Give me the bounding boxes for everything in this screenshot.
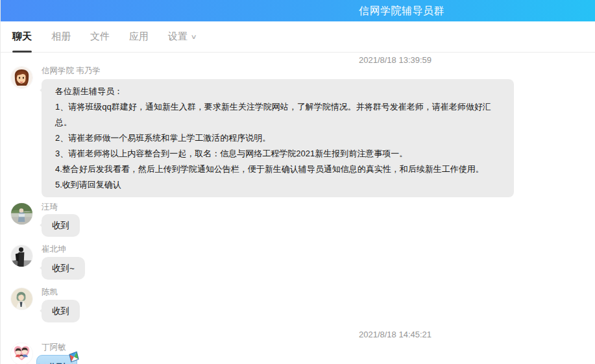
message-line: 各位新生辅导员： <box>55 84 500 99</box>
message-row: 崔北坤 收到~ <box>11 244 595 280</box>
message-row: 汪琦 收到 <box>11 202 595 237</box>
tab-chat[interactable]: 聊天 <box>12 21 32 53</box>
message-line: 1、请将班级qq群建好，通知新生入群，要求新生关注学院网站，了解学院情况。并将群… <box>55 99 500 130</box>
special-kite-bubble: 收到 <box>36 355 77 364</box>
sender-name: 崔北坤 <box>42 244 595 254</box>
outdoor-photo-avatar <box>11 203 32 224</box>
avatar[interactable] <box>11 203 32 224</box>
sender-name: 汪琦 <box>42 202 595 212</box>
sender-name: 丁阿敏 <box>42 342 595 352</box>
tab-settings[interactable]: 设置 ∨ <box>168 21 196 53</box>
tabbar: 聊天 相册 文件 应用 设置 ∨ <box>1 21 595 53</box>
anime-cartoon-avatar <box>11 288 32 309</box>
message-bubble: 收到 <box>42 300 80 322</box>
message-row: 丁阿敏 收到 <box>11 342 595 364</box>
group-title: 信网学院辅导员群 <box>359 5 444 18</box>
time-divider: 2021/8/18 13:39:59 <box>1 56 595 65</box>
sender-name: 陈凯 <box>42 287 595 297</box>
avatar[interactable] <box>11 288 32 309</box>
message-bubble: 收到 <box>42 214 80 237</box>
message-bubble: 各位新生辅导员： 1、请将班级qq群建好，通知新生入群，要求新生关注学院网站，了… <box>42 79 514 197</box>
tab-album[interactable]: 相册 <box>51 21 71 53</box>
chevron-down-icon: ∨ <box>191 33 197 40</box>
tab-files[interactable]: 文件 <box>90 21 110 53</box>
bw-photo-avatar <box>11 245 32 267</box>
sender-name: 信网学院 韦乃学 <box>42 66 595 76</box>
kite-icon <box>67 351 81 364</box>
woman-cartoon-avatar <box>11 67 32 88</box>
pink-family-avatar <box>11 343 32 364</box>
message-line: 2、请崔老师做一个易班系统和掌上学工激活的程序说明。 <box>55 130 500 146</box>
time-divider: 2021/8/18 14:45:21 <box>1 330 595 339</box>
message-bubble: 收到~ <box>42 257 85 280</box>
message-line: 3、请崔老师将以上内容整合到一起，取名：信息与网络工程学院2021新生报到前注意… <box>55 146 500 162</box>
avatar[interactable] <box>11 67 32 88</box>
tab-apps[interactable]: 应用 <box>129 21 149 53</box>
message-row: 信网学院 韦乃学 各位新生辅导员： 1、请将班级qq群建好，通知新生入群，要求新… <box>11 66 595 197</box>
chat-message-list[interactable]: 2021/8/18 13:39:59 信网学院 韦乃学 各位新生辅导员： 1、请 <box>1 53 595 364</box>
group-chat-window: 信网学院辅导员群 聊天 相册 文件 应用 设置 ∨ 2021/8/18 13:3… <box>0 0 595 364</box>
message-row: 陈凯 收到 <box>11 287 595 322</box>
avatar[interactable] <box>11 245 32 267</box>
message-line: 5.收到请回复确认 <box>55 177 500 193</box>
message-line: 4.整合好后发我看看，然后上传到学院通知公告栏，便于新生确认辅导员通知信息的真实… <box>55 162 500 177</box>
titlebar: 信网学院辅导员群 <box>1 0 595 21</box>
avatar[interactable] <box>11 343 32 364</box>
